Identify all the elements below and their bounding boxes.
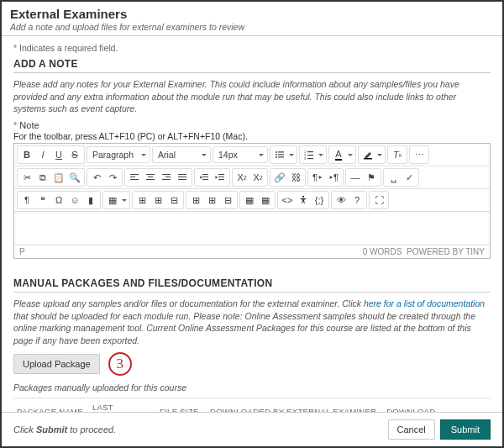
svg-rect-16 xyxy=(146,174,155,175)
svg-rect-13 xyxy=(130,174,139,175)
bullet-list-button[interactable] xyxy=(272,147,287,162)
svg-rect-15 xyxy=(130,179,139,180)
help-button[interactable]: ? xyxy=(349,192,365,208)
svg-rect-7 xyxy=(307,151,313,152)
cut-button[interactable]: ✂ xyxy=(19,170,34,185)
unlink-button[interactable]: ⛓ xyxy=(288,170,303,185)
packages-description: Please upload any samples and/or files o… xyxy=(13,298,491,347)
svg-rect-22 xyxy=(178,174,186,175)
svg-rect-1 xyxy=(278,151,284,152)
hr-button[interactable]: — xyxy=(348,170,363,185)
svg-rect-26 xyxy=(202,177,208,177)
page-footer: Click Submit to proceed. Cancel Submit xyxy=(2,412,502,446)
table-button[interactable]: ▦ xyxy=(105,192,120,208)
outdent-button[interactable] xyxy=(197,170,212,185)
toolbar-row-2: ✂ ⧉ 📋 🔍 ↶ ↷ xyxy=(14,166,490,188)
bookmark-button[interactable]: ▮ xyxy=(83,192,98,208)
more-button[interactable]: ⋯ xyxy=(412,147,427,162)
svg-text:3: 3 xyxy=(304,156,307,160)
cancel-button[interactable]: Cancel xyxy=(388,419,435,440)
svg-rect-19 xyxy=(162,174,171,175)
clear-format-button[interactable]: Tx xyxy=(390,147,405,162)
required-star-icon: * xyxy=(13,43,17,53)
anchor-button[interactable]: ⚑ xyxy=(364,170,379,185)
undo-button[interactable]: ↶ xyxy=(89,170,104,185)
highlight-button[interactable] xyxy=(360,147,375,162)
svg-rect-28 xyxy=(218,174,224,175)
align-center-button[interactable] xyxy=(143,170,158,185)
submit-button[interactable]: Submit xyxy=(440,419,491,440)
align-justify-button[interactable] xyxy=(175,170,190,185)
table-row-before-button[interactable]: ⊞ xyxy=(134,192,150,208)
merge-cells-button[interactable]: ▦ xyxy=(242,192,257,208)
rich-text-editor: B I U S Paragraph Arial 14px 123 xyxy=(13,143,491,259)
superscript-button[interactable]: X2 xyxy=(234,170,249,185)
link-button[interactable]: 🔗 xyxy=(272,170,287,185)
table-row-after-button[interactable]: ⊞ xyxy=(150,192,165,208)
bold-button[interactable]: B xyxy=(19,147,34,162)
rtl-button[interactable]: ‣¶ xyxy=(326,170,341,185)
toolbar-row-1: B I U S Paragraph Arial 14px 123 xyxy=(14,144,490,166)
find-button[interactable]: 🔍 xyxy=(67,170,82,185)
editor-content-area[interactable] xyxy=(14,211,490,245)
editor-statusbar: P 0 WORDS POWERED BY TINY xyxy=(14,245,490,258)
split-cells-button[interactable]: ▦ xyxy=(258,192,273,208)
emoji-button[interactable]: ☺ xyxy=(67,192,82,208)
strikethrough-button[interactable]: S xyxy=(67,147,82,162)
editor-path: P xyxy=(19,247,25,256)
table-delete-col-button[interactable]: ⊟ xyxy=(220,192,235,208)
copy-button[interactable]: ⧉ xyxy=(35,170,50,185)
indent-button[interactable] xyxy=(213,170,228,185)
section-title-packages: MANUAL PACKAGES AND FILES/DOCUMENTATION xyxy=(13,277,491,293)
block-format-select[interactable]: Paragraph xyxy=(87,146,150,163)
svg-rect-24 xyxy=(178,179,186,180)
spellcheck-button[interactable]: ✓ xyxy=(402,170,417,185)
page-title: External Examiners xyxy=(10,7,494,21)
table-delete-row-button[interactable]: ⊟ xyxy=(166,192,181,208)
quote-button[interactable]: ❝ xyxy=(35,192,50,208)
numbered-list-button[interactable]: 123 xyxy=(302,147,317,162)
documentation-link[interactable]: here for a list of documentation xyxy=(364,298,485,308)
note-field-label: * Note xyxy=(13,120,491,130)
font-size-select[interactable]: 14px xyxy=(213,146,268,163)
svg-rect-29 xyxy=(218,177,224,177)
table-col-before-button[interactable]: ⊞ xyxy=(188,192,203,208)
svg-point-2 xyxy=(276,154,277,155)
page-header: External Examiners Add a note and upload… xyxy=(2,2,502,36)
ltr-button[interactable]: ¶‣ xyxy=(310,170,325,185)
align-right-button[interactable] xyxy=(159,170,174,185)
required-hint: * Indicates a required field. xyxy=(13,43,491,53)
italic-button[interactable]: I xyxy=(35,147,50,162)
blockquote-button[interactable]: ¶ xyxy=(19,192,34,208)
underline-button[interactable]: U xyxy=(51,147,66,162)
svg-point-31 xyxy=(302,196,304,198)
submit-hint: Click Submit to proceed. xyxy=(13,424,116,435)
fullscreen-button[interactable]: ⛶ xyxy=(371,192,386,208)
svg-rect-21 xyxy=(162,179,171,180)
accessibility-button[interactable] xyxy=(296,192,311,208)
page-content: * Indicates a required field. ADD A NOTE… xyxy=(2,36,502,448)
font-family-select[interactable]: Arial xyxy=(152,146,211,163)
svg-point-4 xyxy=(276,156,277,158)
add-note-description: Please add any notes for your External E… xyxy=(13,78,491,115)
upload-package-button[interactable]: Upload Package xyxy=(13,354,100,374)
special-char-button[interactable]: Ω xyxy=(51,192,66,208)
callout-badge-3: 3 xyxy=(108,352,132,376)
svg-rect-3 xyxy=(278,154,284,155)
table-col-after-button[interactable]: ⊞ xyxy=(204,192,219,208)
packages-subhead: Packages manually uploaded for this cour… xyxy=(13,382,491,393)
page-subtitle: Add a note and upload files for external… xyxy=(10,22,494,32)
nbsp-button[interactable]: ␣ xyxy=(386,170,401,185)
codesample-button[interactable]: {;} xyxy=(312,192,327,208)
text-color-button[interactable]: A xyxy=(331,147,346,162)
align-left-button[interactable] xyxy=(127,170,142,185)
paste-button[interactable]: 📋 xyxy=(51,170,66,185)
svg-rect-11 xyxy=(307,158,313,159)
editor-wordcount: 0 WORDS POWERED BY TINY xyxy=(363,247,485,256)
redo-button[interactable]: ↷ xyxy=(105,170,120,185)
preview-button[interactable]: 👁 xyxy=(333,192,349,208)
source-code-button[interactable]: <> xyxy=(280,192,295,208)
subscript-button[interactable]: X2 xyxy=(250,170,265,185)
required-star-icon: * xyxy=(13,120,17,130)
toolbar-help-text: For the toolbar, press ALT+F10 (PC) or A… xyxy=(13,131,491,141)
